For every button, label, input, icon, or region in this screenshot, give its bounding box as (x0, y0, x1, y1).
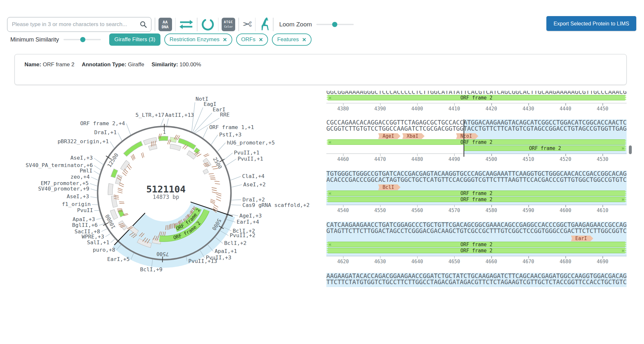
giraffe-icon[interactable] (259, 17, 270, 32)
feature-glyph[interactable] (170, 139, 176, 140)
map-annotation-label[interactable]: PvuII (77, 207, 93, 213)
map-annotation-label[interactable]: AatII,+13 (165, 112, 194, 118)
bottom-strand[interactable]: GCGGTCTTGTGTCCTGGCCAAGATCTCGCGACGGTGGTAC… (326, 126, 627, 132)
aa-dna-toggle-button[interactable]: AA DNA (159, 18, 172, 31)
map-annotation-label[interactable]: Cas9 gRNA scaffold,+2 (242, 202, 310, 208)
chip-orfs[interactable]: ORFs ✕ (236, 33, 268, 46)
minimum-similarity-thumb[interactable] (80, 37, 85, 42)
map-annotation-label[interactable]: PstI,+3 (219, 132, 242, 138)
feature-glyph[interactable] (125, 143, 142, 155)
map-annotation-label[interactable]: PvuII,+2 (230, 232, 255, 238)
map-annotation-label[interactable]: DraI,+2 (243, 197, 265, 203)
ruler-tick (454, 256, 455, 258)
circular-view-icon[interactable] (201, 17, 215, 32)
map-annotation-label[interactable]: ClaI,+4 (242, 173, 264, 179)
orf-bar[interactable]: ORF frame 2« (326, 191, 627, 196)
map-annotation-label[interactable]: ApaI,+1 (215, 248, 237, 254)
bottom-strand[interactable]: GTAGTTCTTCTTGGACTAGCCTCGGGACGACAAGCTGTCG… (326, 228, 627, 234)
sequence-scrollbar-thumb[interactable] (629, 145, 632, 154)
plasmid-map[interactable]: ORF frame 2ORF frame 2125005000750010000… (0, 86, 322, 331)
search-input[interactable] (11, 21, 139, 28)
map-annotation-label[interactable]: BglII,+6 (72, 222, 98, 228)
orf-bar[interactable]: ORF frame 2» (464, 145, 627, 151)
feature-glyph[interactable] (149, 146, 157, 148)
map-annotation-label[interactable]: pBR322_origin,+1 (58, 138, 109, 144)
continues-right-icon: » (621, 197, 624, 202)
enzyme-tag-NcoI[interactable]: NcoI (456, 133, 478, 139)
map-annotation-label[interactable]: EarI,+5 (107, 256, 130, 262)
ruler-tick-label: 4650 (445, 259, 464, 265)
feature-glyph[interactable] (205, 170, 207, 173)
bottom-strand[interactable]: TTCTTCTATGTGGTCTGCCTTCTTGGCCTAGACGATAGAC… (326, 279, 627, 285)
map-annotation-label[interactable]: EM7_promoter,+5 (41, 180, 89, 186)
map-annotation-label[interactable]: AseI,+3 (70, 155, 93, 161)
map-annotation-label[interactable]: ORF frame 2,+4 (80, 120, 125, 126)
sequence-panel[interactable]: GGCGGAAAAAGGGCTCCCACCCCCTCTTGGCATATATTCA… (326, 91, 627, 297)
swap-strands-icon[interactable] (179, 19, 194, 30)
loom-zoom-slider[interactable] (316, 22, 354, 27)
map-annotation-label[interactable]: EarI,+4 (237, 219, 259, 225)
feature-glyph[interactable] (113, 170, 116, 177)
feature-glyph[interactable] (188, 153, 195, 157)
ruler-tick-label: 4470 (370, 156, 390, 162)
enzyme-tag-XbaI[interactable]: XbaI (402, 133, 425, 139)
ruler-tick (528, 154, 529, 156)
map-annotation-label[interactable]: puro,+8 (93, 247, 115, 253)
feature-glyph[interactable] (113, 196, 115, 207)
map-annotation-label[interactable]: PvuII,+13 (188, 258, 217, 264)
map-annotation-label[interactable]: f1_origin (62, 201, 91, 207)
map-annotation-label[interactable]: SV40_promoter,+9 (38, 186, 89, 192)
map-annotation-label[interactable]: zeo,+4 (71, 174, 90, 180)
map-annotation-label[interactable]: DraI,+1 (94, 129, 117, 135)
orf-bar[interactable]: ORF frame 2» (326, 248, 627, 253)
sequence-block: TGTGGGCTGGGCCGTGATCACCGACGAGTACAAGGTGCCC… (326, 171, 627, 213)
map-annotation-label[interactable]: AseI,+2 (243, 181, 266, 188)
map-annotation-label[interactable]: AseI,+3 (67, 193, 89, 200)
map-annotation-label[interactable]: WPRE,+3 (82, 234, 104, 240)
map-annotation-label[interactable]: ORF frame 1,+1 (209, 124, 254, 130)
orf-bar[interactable]: ORF frame 2» (326, 197, 627, 202)
map-annotation-label[interactable]: SV40_PA_terminator,+6 (26, 162, 93, 168)
chip-close-icon[interactable]: ✕ (302, 37, 306, 43)
map-annotation-label[interactable]: PmlI (80, 168, 92, 174)
search-box[interactable] (7, 17, 151, 32)
orf-bar-row: ORF frame 2« (326, 95, 627, 100)
top-strand[interactable]: GGCGGAAAAAGGGCTCCCACCCCCTCTTGGCATATATTCA… (326, 91, 627, 95)
map-annotation-label[interactable]: hU6_promoter,+5 (227, 140, 275, 146)
export-protein-button[interactable]: Export Selected Protein to LIMS (546, 16, 636, 31)
chip-giraffe-filters[interactable]: Giraffe Filters (3) (109, 33, 160, 46)
orf-bar[interactable]: ORF frame 2« (326, 139, 627, 145)
loom-zoom-thumb[interactable] (332, 22, 337, 27)
chip-close-icon[interactable]: ✕ (259, 37, 263, 43)
map-annotation-label[interactable]: PvuII,+1 (237, 156, 263, 162)
map-annotation-label[interactable]: ApaI,+3 (72, 216, 95, 222)
feature-glyph[interactable] (122, 162, 128, 170)
chip-close-icon[interactable]: ✕ (223, 37, 227, 43)
map-annotation-label[interactable]: BclI,+2 (224, 240, 247, 246)
enzyme-tag-EarI[interactable]: EarI (571, 236, 593, 241)
map-annotation-label[interactable]: AgeI,+3 (239, 213, 262, 219)
map-annotation-label[interactable]: PvuII,+1 (234, 150, 259, 156)
sequence-scrollbar[interactable] (629, 97, 632, 277)
feature-glyph[interactable] (170, 146, 180, 148)
enzyme-tag-AgeI[interactable]: AgeI (378, 133, 400, 139)
chip-restriction-enzymes[interactable]: Restriction Enzymes ✕ (164, 33, 232, 46)
ruler-tick (380, 103, 381, 106)
search-icon[interactable] (139, 21, 147, 28)
enzyme-tag-BclI[interactable]: BclI (378, 184, 400, 190)
atgc-color-toggle-button[interactable]: ATGC Color (222, 18, 235, 31)
bottom-strand[interactable]: ACACCCGACCCGGCACTAGTGGCTGCTCATGTTCCACGGG… (326, 177, 627, 183)
ring-tick-label: 1 (163, 129, 166, 135)
map-annotation-label[interactable]: 5_LTR,+17 (136, 112, 164, 118)
minimum-similarity-slider[interactable] (63, 37, 101, 42)
feature-glyph[interactable] (110, 184, 111, 195)
chip-features[interactable]: Features ✕ (272, 33, 312, 46)
map-annotation-label[interactable]: SacII,+8 (74, 228, 100, 235)
map-annotation-label[interactable]: SalI,+1 (87, 239, 110, 246)
cut-site-mark (212, 192, 217, 193)
orf-bar[interactable]: ORF frame 2« (326, 242, 627, 247)
orf-bar[interactable]: ORF frame 2« (326, 95, 627, 100)
scissors-icon[interactable]: ✂ (242, 18, 252, 31)
map-annotation-label[interactable]: RRE (220, 112, 230, 118)
map-annotation-label[interactable]: BclI,+9 (140, 266, 163, 273)
